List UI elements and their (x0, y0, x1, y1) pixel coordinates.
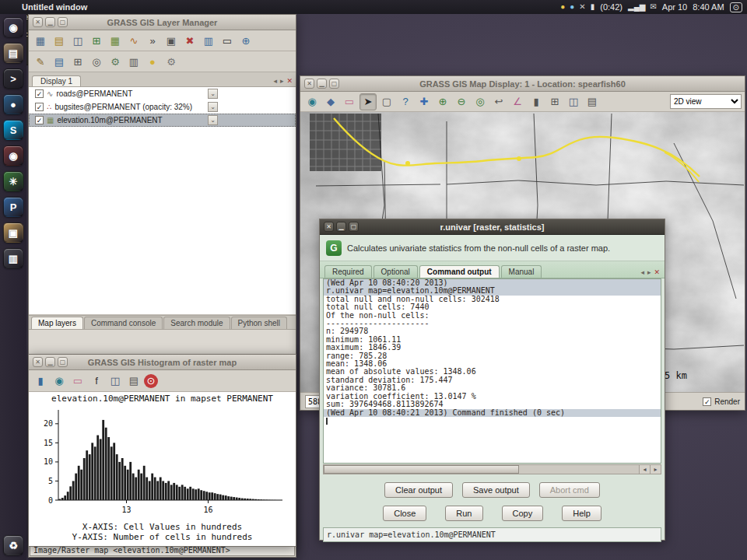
command-output-pane[interactable]: (Wed Apr 10 08:40:20 2013) r.univar map=… (323, 278, 661, 464)
tab-close-icon[interactable]: ✕ (286, 77, 293, 85)
layer-manager-titlebar[interactable]: ✕ ▁ ▢ GRASS GIS Layer Manager (29, 15, 296, 30)
preferences-icon[interactable]: ⚙ (163, 53, 180, 70)
tab-optional[interactable]: Optional (374, 265, 418, 278)
save-display-icon[interactable]: ◫ (565, 93, 582, 110)
tab-display-1[interactable]: Display 1 (32, 75, 81, 86)
map-display-titlebar[interactable]: ✕ ▁ ▢ GRASS GIS Map Display: 1 - Locatio… (300, 76, 745, 92)
open-workspace-icon[interactable]: ▤ (51, 32, 68, 49)
tab-close-icon[interactable]: ✕ (654, 268, 660, 276)
minimize-icon[interactable]: ▁ (317, 79, 327, 89)
open-console-icon[interactable]: ▭ (219, 32, 236, 49)
battery-icon[interactable]: ▮ (591, 3, 595, 11)
system-monitor-icon[interactable]: ▥ (3, 248, 23, 268)
settings-icon[interactable]: ● (144, 53, 161, 70)
print-icon[interactable]: ▤ (125, 373, 142, 390)
view-mode-select[interactable]: 2D view (670, 94, 742, 109)
scroll-right-icon[interactable]: ▸ (650, 465, 661, 474)
tab-prev-icon[interactable]: ◂ (273, 77, 277, 85)
import-data-icon[interactable]: ⊕ (237, 32, 254, 49)
add-vector-layer-icon[interactable]: ∿ (125, 32, 142, 49)
scrollbar-thumb[interactable] (324, 465, 519, 474)
layer-row[interactable]: ∴bugsites@PERMANENT (opacity: 32%)⌄ (29, 100, 296, 114)
horizontal-scrollbar[interactable]: ◂ ▸ (323, 464, 661, 474)
layer-row[interactable]: ▦elevation.10m@PERMANENT⌄ (29, 114, 296, 127)
maximize-icon[interactable]: ▢ (58, 357, 68, 367)
tab-command-console[interactable]: Command console (84, 317, 163, 329)
render-map-icon[interactable]: ◆ (322, 93, 339, 110)
print-display-icon[interactable]: ▤ (584, 93, 601, 110)
maximize-icon[interactable]: ▢ (329, 79, 339, 89)
histogram-titlebar[interactable]: ✕ ▁ ▢ GRASS GIS Histogram of raster map (29, 355, 296, 370)
close-button[interactable]: Close (383, 506, 426, 521)
minimize-icon[interactable]: ▁ (336, 222, 346, 232)
panel-clock[interactable]: 8:40 AM (693, 2, 724, 12)
skype-icon[interactable]: S (3, 120, 23, 140)
tab-manual[interactable]: Manual (501, 265, 542, 278)
tab-command-output[interactable]: Command output (419, 265, 500, 278)
erase-icon[interactable]: ▭ (69, 373, 86, 390)
indicator-network-off-icon[interactable]: ✕ (579, 3, 585, 11)
close-icon[interactable]: ✕ (324, 222, 334, 232)
overlay-icon[interactable]: ⊞ (546, 93, 563, 110)
pan-icon[interactable]: ✚ (416, 93, 433, 110)
mail-icon[interactable]: ✉ (650, 3, 656, 11)
dialog-titlebar[interactable]: ✕ ▁ ▢ r.univar [raster, statistics] (320, 219, 665, 235)
select-icon[interactable]: ▢ (378, 93, 395, 110)
erase-display-icon[interactable]: ▭ (341, 93, 358, 110)
run-button[interactable]: Run (445, 506, 482, 521)
scroll-left-icon[interactable]: ◂ (639, 465, 650, 474)
close-icon[interactable]: ✕ (304, 79, 314, 89)
indicator-yellow-icon[interactable]: ● (560, 3, 565, 11)
pointer-icon[interactable]: ➤ (359, 93, 377, 110)
close-icon[interactable]: ✕ (33, 17, 43, 27)
quit-icon[interactable]: ⊙ (144, 374, 158, 388)
edit-vector-icon[interactable]: ✎ (32, 53, 49, 70)
query-icon[interactable]: ? (397, 93, 414, 110)
delete-layer-icon[interactable]: ✖ (181, 32, 198, 49)
profile-icon[interactable]: ▮ (528, 93, 545, 110)
save-icon[interactable]: ◫ (107, 373, 124, 390)
software-center-icon[interactable]: ◉ (3, 145, 23, 166)
graphical-modeler-icon[interactable]: ⚙ (107, 53, 124, 70)
display-map-icon[interactable]: ◉ (303, 93, 321, 110)
trash-icon[interactable]: ♻ (3, 535, 23, 555)
layer-options-dropdown-icon[interactable]: ⌄ (208, 102, 218, 112)
tab-prev-icon[interactable]: ◂ (640, 268, 644, 276)
browser-icon[interactable]: ● (3, 94, 23, 114)
start-new-display-icon[interactable]: ▦ (32, 32, 49, 49)
grass-gis-icon[interactable]: ✳ (3, 171, 23, 191)
save-workspace-icon[interactable]: ◫ (69, 32, 86, 49)
zoom-out-icon[interactable]: ⊖ (453, 93, 470, 110)
tab-next-icon[interactable]: ▸ (280, 77, 284, 85)
copy-button[interactable]: Copy (502, 506, 544, 521)
help-button[interactable]: Help (562, 506, 601, 521)
add-command-layer-icon[interactable]: » (144, 32, 161, 49)
tab-next-icon[interactable]: ▸ (647, 268, 651, 276)
minimize-icon[interactable]: ▁ (45, 357, 55, 367)
layer-options-dropdown-icon[interactable]: ⌄ (208, 89, 218, 99)
files-icon[interactable]: ▤ (3, 43, 23, 63)
add-group-icon[interactable]: ▣ (163, 32, 180, 49)
layer-options-dropdown-icon[interactable]: ⌄ (208, 115, 218, 125)
zoom-back-icon[interactable]: ↩ (490, 93, 507, 110)
layer-checkbox[interactable] (35, 116, 44, 124)
maximize-icon[interactable]: ▢ (349, 222, 359, 232)
measure-icon[interactable]: ∠ (509, 93, 526, 110)
layer-row[interactable]: ∿roads@PERMANENT⌄ (29, 87, 296, 100)
zoom-extent-icon[interactable]: ◎ (472, 93, 489, 110)
add-multiple-layers-icon[interactable]: ⊞ (88, 32, 105, 49)
tab-required[interactable]: Required (324, 265, 372, 278)
session-menu[interactable]: ⊙ (730, 2, 742, 12)
raster-calculator-icon[interactable]: ⊞ (69, 53, 86, 70)
attribute-table-icon[interactable]: ▥ (200, 32, 217, 49)
tab-map-layers[interactable]: Map layers (31, 317, 83, 329)
attribute-manager-icon[interactable]: ▤ (51, 53, 68, 70)
tab-python-shell[interactable]: Python shell (231, 317, 287, 329)
histogram-icon[interactable]: ▮ (32, 373, 49, 390)
layer-checkbox[interactable] (35, 89, 44, 98)
clear-output-button[interactable]: Clear output (384, 482, 453, 498)
georectify-icon[interactable]: ◎ (88, 53, 105, 70)
render-icon[interactable]: ◉ (51, 373, 68, 390)
text-font-icon[interactable]: f (88, 373, 105, 390)
maximize-icon[interactable]: ▢ (58, 17, 68, 27)
